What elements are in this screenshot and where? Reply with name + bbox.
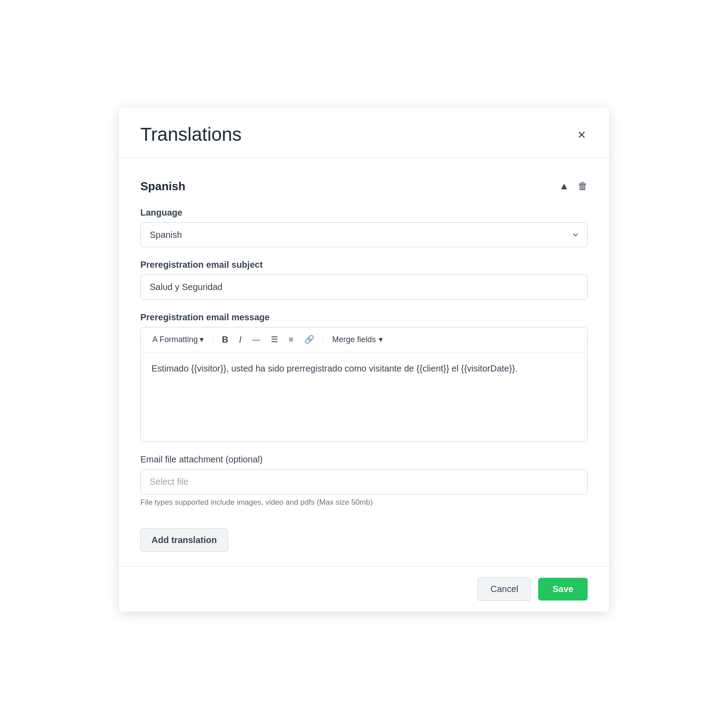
language-field-group: Language Spanish French German Portugues… bbox=[140, 208, 588, 247]
bullet-list-button[interactable]: ☰ bbox=[266, 332, 282, 347]
delete-section-button[interactable]: 🗑 bbox=[578, 180, 588, 192]
save-button[interactable]: Save bbox=[538, 578, 588, 601]
formatting-dropdown-icon: ▾ bbox=[200, 335, 204, 344]
file-attachment-label: Email file attachment (optional) bbox=[140, 454, 588, 465]
section-actions: ▲ 🗑 bbox=[559, 180, 588, 192]
file-attachment-field-group: Email file attachment (optional) File ty… bbox=[140, 454, 588, 507]
email-subject-input[interactable] bbox=[140, 274, 588, 300]
editor-toolbar: A Formatting ▾ B I — ☰ ≡ 🔗 bbox=[141, 327, 587, 352]
email-message-field-group: Preregistration email message A Formatti… bbox=[140, 312, 588, 442]
formatting-button[interactable]: A Formatting ▾ bbox=[148, 332, 208, 347]
merge-fields-label: Merge fields bbox=[332, 335, 376, 344]
file-hint: File types supported include images, vid… bbox=[140, 498, 588, 507]
link-button[interactable]: 🔗 bbox=[300, 332, 319, 347]
text-format-icon: A bbox=[152, 335, 158, 344]
modal-title: Translations bbox=[140, 124, 241, 145]
ordered-list-button[interactable]: ≡ bbox=[284, 332, 298, 347]
file-attachment-input[interactable] bbox=[140, 469, 588, 494]
bullet-list-icon: ☰ bbox=[271, 335, 278, 344]
dash-button[interactable]: — bbox=[248, 332, 265, 347]
modal-body: Spanish ▲ 🗑 Language Spanish French Germ… bbox=[119, 158, 609, 566]
cancel-button[interactable]: Cancel bbox=[478, 577, 531, 601]
close-button[interactable]: × bbox=[576, 126, 588, 143]
translations-modal: Translations × Spanish ▲ 🗑 Language Span… bbox=[119, 108, 609, 612]
toolbar-divider-2 bbox=[323, 334, 323, 345]
editor-content[interactable]: Estimado {{visitor}}, usted ha sido prer… bbox=[141, 352, 587, 441]
email-subject-field-group: Preregistration email subject bbox=[140, 260, 588, 300]
toolbar-divider-1 bbox=[213, 334, 213, 345]
email-message-label: Preregistration email message bbox=[140, 312, 588, 323]
ordered-list-icon: ≡ bbox=[289, 335, 294, 344]
collapse-button[interactable]: ▲ bbox=[559, 180, 569, 192]
section-header: Spanish ▲ 🗑 bbox=[140, 180, 588, 193]
language-select[interactable]: Spanish French German Portuguese bbox=[140, 222, 588, 247]
email-subject-label: Preregistration email subject bbox=[140, 260, 588, 270]
modal-header: Translations × bbox=[119, 108, 609, 158]
trash-icon: 🗑 bbox=[578, 180, 588, 192]
rich-text-editor: A Formatting ▾ B I — ☰ ≡ 🔗 bbox=[140, 327, 588, 442]
chevron-up-icon: ▲ bbox=[559, 180, 569, 192]
italic-button[interactable]: I bbox=[235, 332, 246, 347]
bold-button[interactable]: B bbox=[217, 332, 233, 347]
formatting-label: Formatting bbox=[160, 335, 198, 344]
modal-footer: Cancel Save bbox=[119, 566, 609, 612]
merge-fields-button[interactable]: Merge fields ▾ bbox=[328, 332, 387, 347]
language-label: Language bbox=[140, 208, 588, 218]
link-icon: 🔗 bbox=[304, 335, 314, 344]
merge-fields-dropdown-icon: ▾ bbox=[379, 335, 383, 344]
add-translation-button[interactable]: Add translation bbox=[140, 528, 228, 552]
section-title: Spanish bbox=[140, 180, 185, 193]
